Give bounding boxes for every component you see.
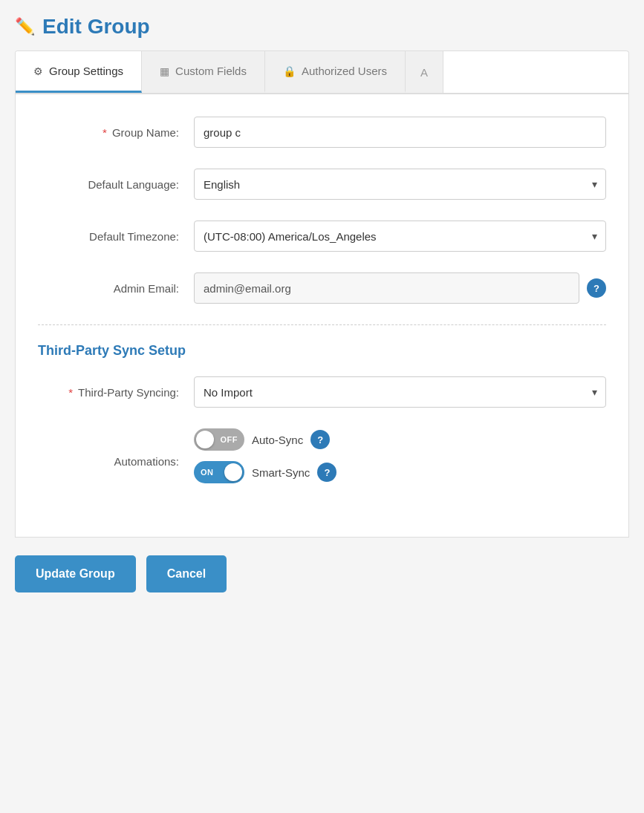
default-timezone-select[interactable]: (UTC-08:00) America/Los_Angeles (UTC-05:…: [194, 221, 606, 252]
smart-sync-toggle-label: ON: [201, 468, 214, 477]
default-timezone-select-wrapper: (UTC-08:00) America/Los_Angeles (UTC-05:…: [194, 221, 606, 252]
admin-email-wrapper: ?: [194, 272, 606, 304]
group-name-input[interactable]: [194, 117, 606, 148]
smart-sync-help-icon[interactable]: ?: [317, 463, 336, 482]
third-party-syncing-row: * Third-Party Syncing: No Import LDAP SA…: [38, 376, 606, 408]
automations-row: Automations: OFF Auto-Sync ?: [38, 428, 606, 494]
admin-email-row: Admin Email: ?: [38, 272, 606, 304]
smart-sync-knob: [224, 463, 242, 481]
default-language-row: Default Language: English Spanish French…: [38, 169, 606, 200]
third-party-heading: Third-Party Sync Setup: [38, 343, 606, 359]
auto-sync-toggle-label: OFF: [221, 435, 238, 444]
lock-icon: 🔒: [283, 65, 296, 77]
tab-authorized-users-label: Authorized Users: [302, 65, 387, 77]
section-divider: [38, 324, 606, 325]
automations-label: Automations:: [38, 455, 194, 468]
admin-email-label: Admin Email:: [38, 282, 194, 295]
automations-toggles: OFF Auto-Sync ? ON Smart-Sync ?: [194, 428, 336, 494]
tab-custom-fields[interactable]: ▦ Custom Fields: [142, 51, 265, 93]
default-timezone-row: Default Timezone: (UTC-08:00) America/Lo…: [38, 221, 606, 252]
tabs-container: ⚙ Group Settings ▦ Custom Fields 🔒 Autho…: [15, 50, 629, 94]
auto-sync-label: Auto-Sync: [252, 434, 303, 446]
page-title: Edit Group: [42, 15, 150, 39]
bottom-buttons: Update Group Cancel: [15, 538, 629, 600]
admin-email-help-icon[interactable]: ?: [587, 278, 606, 298]
tab-group-settings[interactable]: ⚙ Group Settings: [16, 51, 142, 93]
gear-icon: ⚙: [33, 65, 43, 77]
page-title-container: ✏️ Edit Group: [15, 15, 629, 39]
edit-icon: ✏️: [15, 17, 35, 36]
tab-custom-fields-label: Custom Fields: [175, 65, 247, 77]
required-star-sync: *: [68, 386, 73, 399]
smart-sync-toggle[interactable]: ON: [194, 461, 244, 483]
cancel-button[interactable]: Cancel: [146, 555, 227, 592]
tab-authorized-users[interactable]: 🔒 Authorized Users: [265, 51, 406, 93]
third-party-syncing-select-wrapper: No Import LDAP SAML Active Directory ▾: [194, 376, 606, 408]
default-timezone-label: Default Timezone:: [38, 230, 194, 243]
grid-icon: ▦: [160, 65, 169, 77]
main-content: * Group Name: Default Language: English …: [15, 94, 629, 538]
group-name-row: * Group Name:: [38, 117, 606, 148]
smart-sync-label: Smart-Sync: [252, 466, 310, 479]
tab-extra-label: A: [420, 66, 428, 79]
third-party-section: Third-Party Sync Setup * Third-Party Syn…: [38, 343, 606, 494]
third-party-syncing-label: * Third-Party Syncing:: [38, 386, 194, 399]
smart-sync-row: ON Smart-Sync ?: [194, 461, 336, 483]
auto-sync-knob: [196, 431, 214, 448]
auto-sync-toggle[interactable]: OFF: [194, 428, 244, 451]
admin-email-input[interactable]: [194, 272, 579, 304]
group-name-label: * Group Name:: [38, 126, 194, 139]
default-language-select-wrapper: English Spanish French German Portuguese…: [194, 169, 606, 200]
update-group-button[interactable]: Update Group: [15, 555, 136, 592]
default-language-label: Default Language:: [38, 178, 194, 191]
auto-sync-help-icon[interactable]: ?: [310, 430, 330, 449]
third-party-syncing-select[interactable]: No Import LDAP SAML Active Directory: [194, 376, 606, 408]
form-section: * Group Name: Default Language: English …: [38, 117, 606, 304]
auto-sync-row: OFF Auto-Sync ?: [194, 428, 336, 451]
required-star: *: [103, 126, 107, 139]
tab-extra[interactable]: A: [406, 51, 443, 93]
default-language-select[interactable]: English Spanish French German Portuguese: [194, 169, 606, 200]
tab-group-settings-label: Group Settings: [49, 65, 123, 77]
